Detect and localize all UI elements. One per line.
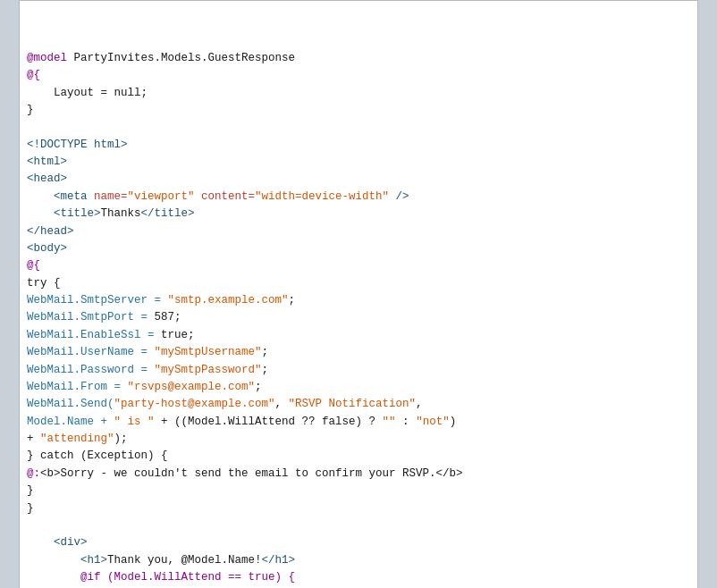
code-line: @model PartyInvites.Models.GuestResponse: [27, 50, 683, 67]
token: @{: [27, 69, 40, 81]
token: ;: [174, 311, 181, 323]
token: <h1>: [27, 554, 107, 567]
code-line: [27, 517, 683, 534]
token: ): [450, 416, 457, 428]
code-line: }: [27, 500, 683, 517]
token: "smtp.example.com": [168, 294, 289, 307]
code-editor-window: @model PartyInvites.Models.GuestResponse…: [19, 0, 698, 588]
code-line: @{: [27, 257, 683, 274]
token: + ((Model.WillAttend ?? false) ?: [155, 416, 383, 428]
token: true: [161, 329, 188, 341]
token: +: [27, 433, 40, 445]
code-line: + "attending");: [27, 431, 683, 448]
token: 587: [155, 311, 175, 323]
code-line: } catch (Exception) {: [27, 448, 683, 465]
code-line: WebMail.UserName = "mySmtpUsername";: [27, 344, 683, 361]
token: Thanks: [101, 207, 141, 220]
code-content: @model PartyInvites.Models.GuestResponse…: [20, 12, 697, 588]
token: WebMail.Password =: [27, 364, 155, 376]
code-line: WebMail.SmtpServer = "smtp.example.com";: [27, 292, 683, 309]
token: />: [389, 190, 409, 203]
token: WebMail.EnableSsl =: [27, 329, 161, 341]
token: @model: [27, 52, 74, 64]
code-line: WebMail.From = "rsvps@example.com";: [27, 379, 683, 396]
token: Model.Name +: [27, 416, 114, 428]
token: "attending": [40, 433, 114, 445]
token: "mySmtpUsername": [155, 346, 262, 358]
token: ;: [262, 364, 269, 376]
token: "mySmtpPassword": [155, 364, 262, 376]
token: }: [27, 484, 34, 497]
code-line: try {: [27, 275, 683, 292]
token: WebMail.From =: [27, 381, 128, 393]
token: ;: [255, 381, 262, 393]
token: WebMail.Send(: [27, 398, 114, 410]
token: Layout = null;: [27, 87, 148, 99]
token: <!DOCTYPE html>: [27, 139, 128, 151]
token: }: [27, 104, 34, 116]
token: content=: [195, 190, 256, 203]
token: @{: [27, 259, 40, 272]
code-line: </head>: [27, 223, 683, 240]
token: </h1>: [262, 554, 296, 567]
token: PartyInvites.Models.GuestResponse: [74, 52, 296, 64]
token: <html>: [27, 155, 67, 168]
token: "not": [416, 416, 450, 428]
code-line: @{: [27, 67, 683, 84]
token: <meta: [27, 190, 94, 203]
code-line: <meta name="viewport" content="width=dev…: [27, 189, 683, 206]
code-line: @if (Model.WillAttend == true) {: [27, 569, 683, 586]
token: ,: [416, 398, 423, 410]
code-line: [27, 119, 683, 136]
code-line: WebMail.Send("party-host@example.com", "…: [27, 396, 683, 413]
code-line: }: [27, 102, 683, 119]
token: WebMail.SmtpServer =: [27, 294, 168, 307]
token: <div>: [27, 536, 88, 549]
code-line: <body>: [27, 240, 683, 257]
token: <title>: [27, 207, 101, 220]
token: "": [383, 416, 396, 428]
token: ;: [262, 346, 269, 358]
token: WebMail.UserName =: [27, 346, 155, 358]
token: " is ": [114, 416, 155, 428]
code-line: WebMail.Password = "mySmtpPassword";: [27, 362, 683, 379]
token: "rsvps@example.com": [128, 381, 256, 393]
token: :: [396, 416, 417, 428]
token: try {: [27, 277, 61, 290]
code-line: <h1>Thank you, @Model.Name!</h1>: [27, 552, 683, 569]
token: <b>Sorry - we couldn't send the email to…: [40, 467, 463, 480]
code-line: <html>: [27, 154, 683, 171]
code-line: WebMail.EnableSsl = true;: [27, 327, 683, 344]
token: name=: [94, 190, 128, 203]
token: @:: [27, 467, 40, 480]
token: ;: [289, 294, 296, 307]
token: ,: [275, 398, 289, 410]
token: Thank you, @Model.Name!: [107, 554, 262, 567]
token: } catch (Exception) {: [27, 449, 168, 462]
token: "width=device-width": [255, 190, 389, 203]
token: WebMail.SmtpPort =: [27, 311, 155, 323]
code-line: Layout = null;: [27, 85, 683, 102]
token: <head>: [27, 172, 67, 185]
code-line: <title>Thanks</title>: [27, 206, 683, 223]
token: </title>: [141, 207, 195, 220]
token: "RSVP Notification": [289, 398, 417, 410]
token: </head>: [27, 225, 74, 238]
code-line: @:<b>Sorry - we couldn't send the email …: [27, 466, 683, 483]
token: }: [27, 502, 34, 515]
code-line: WebMail.SmtpPort = 587;: [27, 309, 683, 326]
code-line: <!DOCTYPE html>: [27, 137, 683, 154]
token: "party-host@example.com": [114, 398, 275, 410]
code-line: Model.Name + " is " + ((Model.WillAttend…: [27, 414, 683, 431]
token: );: [114, 433, 128, 445]
token: ;: [188, 329, 195, 341]
token: "viewport": [128, 190, 195, 203]
code-line: <head>: [27, 171, 683, 188]
token: <body>: [27, 242, 67, 255]
code-line: }: [27, 483, 683, 500]
code-line: <div>: [27, 534, 683, 551]
token: @if (Model.WillAttend == true) {: [27, 571, 295, 584]
